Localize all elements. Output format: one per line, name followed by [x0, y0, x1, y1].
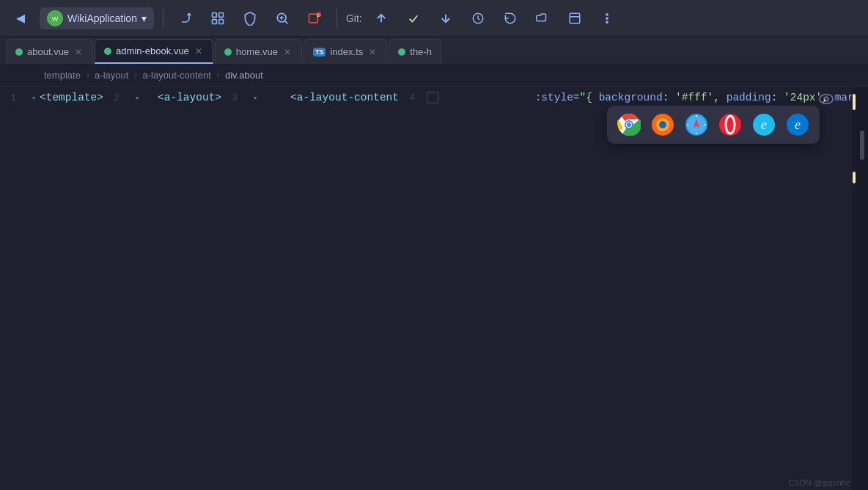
breadcrumb-a-layout[interactable]: a-layout	[95, 70, 128, 81]
svg-text:2: 2	[317, 12, 320, 17]
breadcrumb-sep-1: ›	[85, 70, 90, 81]
line-num-2: 2	[109, 92, 131, 103]
redo-button[interactable]	[172, 5, 199, 32]
tab-the-h-label: the-h	[410, 46, 432, 57]
right-panel	[856, 87, 868, 490]
tab-the-h[interactable]: the-h	[389, 39, 441, 64]
code-text-2: <a-layout>	[143, 92, 221, 103]
build-button[interactable]	[205, 5, 231, 32]
back-button[interactable]: ◀	[7, 5, 34, 32]
breadcrumb-a-layout-content[interactable]: a-layout-content	[143, 70, 211, 81]
search-button[interactable]	[269, 5, 295, 32]
code-line-1: 1 ▾ <template>	[0, 87, 103, 109]
svg-point-13	[606, 17, 608, 18]
svg-text:W: W	[52, 15, 59, 23]
editor-main: e e 1 ▾ <template>	[0, 87, 856, 490]
checkbox-4[interactable]	[427, 92, 438, 103]
editor-container: e e 1 ▾ <template>	[0, 87, 868, 490]
tab-about-label: about.vue	[27, 46, 69, 57]
fold-3[interactable]: ▾	[249, 92, 261, 103]
fold-1[interactable]: ▾	[28, 92, 40, 103]
tab-index[interactable]: TS index.ts ✕	[304, 39, 387, 64]
svg-point-18	[627, 122, 631, 127]
line-num-4: 4	[405, 92, 427, 103]
git-check-button[interactable]	[400, 5, 427, 32]
tab-index-close[interactable]: ✕	[367, 46, 378, 58]
ie-icon[interactable]: e	[751, 111, 777, 138]
svg-point-12	[606, 13, 608, 15]
svg-text:e: e	[795, 117, 801, 132]
window-button[interactable]	[562, 5, 588, 32]
tab-admin-ebook-close[interactable]: ✕	[194, 45, 204, 57]
app-logo-icon: W	[47, 10, 63, 26]
code-text-3: <a-layout-content	[261, 92, 399, 103]
tabs-bar: about.vue ✕ admin-ebook.vue ✕ home.vue ✕…	[0, 37, 868, 65]
svg-rect-7	[309, 14, 317, 23]
git-history-button[interactable]	[465, 5, 491, 32]
app-name: WikiApplication	[67, 12, 137, 24]
breadcrumb-sep-2: ›	[133, 70, 138, 81]
tab-admin-ebook-label: admin-ebook.vue	[116, 45, 189, 56]
safari-icon[interactable]	[683, 111, 710, 138]
record-button[interactable]: 2	[301, 5, 328, 32]
edge-icon[interactable]: e	[784, 111, 811, 138]
tab-home[interactable]: home.vue ✕	[215, 39, 302, 64]
vue-icon	[104, 48, 111, 55]
tab-home-close[interactable]: ✕	[282, 46, 293, 58]
svg-rect-2	[212, 12, 216, 17]
svg-rect-5	[219, 19, 224, 23]
ts-icon: TS	[313, 48, 326, 56]
svg-rect-4	[212, 19, 216, 23]
separator-1	[163, 8, 163, 29]
git-pull-button[interactable]	[433, 5, 459, 32]
git-label: Git:	[346, 12, 362, 24]
svg-rect-11	[570, 13, 580, 23]
svg-rect-3	[219, 12, 224, 17]
git-revert-button[interactable]	[497, 5, 523, 32]
code-line-2: 2 ▾ <a-layout>	[103, 87, 221, 109]
tab-home-label: home.vue	[236, 46, 278, 57]
breadcrumb-sep-3: ›	[216, 70, 221, 81]
svg-point-21	[659, 121, 666, 128]
dropdown-arrow-icon: ▾	[141, 12, 147, 24]
line-num-1: 1	[6, 92, 28, 103]
code-text-1: <template>	[40, 92, 103, 103]
app-selector[interactable]: W WikiApplication ▾	[40, 7, 154, 29]
scrollbar-thumb[interactable]	[860, 131, 864, 160]
firefox-icon[interactable]	[650, 111, 676, 138]
git-push-button[interactable]	[368, 5, 394, 32]
folder-button[interactable]	[529, 5, 556, 32]
vue-icon	[398, 48, 405, 56]
chrome-icon[interactable]	[616, 111, 642, 138]
opera-icon[interactable]	[717, 111, 743, 138]
breadcrumb-template[interactable]: template	[44, 70, 81, 81]
separator-2	[336, 8, 337, 29]
toolbar: ◀ W WikiApplication ▾	[0, 0, 868, 37]
tab-about-close[interactable]: ✕	[73, 46, 84, 58]
line-num-3: 3	[227, 92, 249, 103]
watermark: CSDN @gujunhe	[788, 478, 850, 487]
scroll-marker-2	[853, 172, 856, 183]
scroll-marker-1	[853, 94, 856, 110]
shield-button[interactable]	[237, 5, 263, 32]
tab-admin-ebook[interactable]: admin-ebook.vue ✕	[95, 39, 213, 64]
breadcrumb: template › a-layout › a-layout-content ›…	[0, 65, 868, 87]
vue-icon	[15, 48, 23, 56]
svg-point-14	[606, 21, 608, 23]
tab-index-label: index.ts	[330, 46, 363, 57]
tab-about[interactable]: about.vue ✕	[6, 39, 93, 64]
svg-text:e: e	[761, 117, 767, 132]
vue-icon	[224, 48, 232, 56]
fold-2[interactable]: ▾	[131, 92, 143, 103]
menu-button[interactable]	[594, 5, 620, 32]
code-line-3: 3 ▾ <a-layout-content	[221, 87, 399, 109]
browser-popup: e e	[607, 106, 820, 144]
breadcrumb-div-about[interactable]: div.about	[225, 70, 263, 81]
